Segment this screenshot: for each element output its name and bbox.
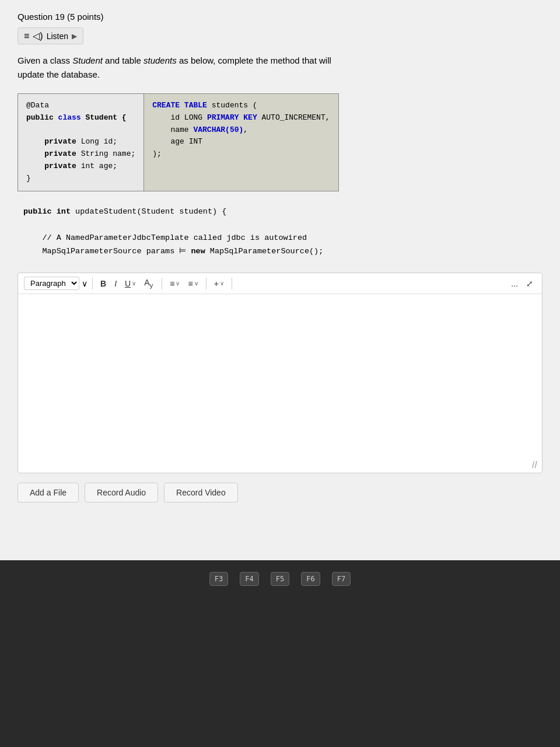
fullscreen-button[interactable]: ⤢	[523, 278, 536, 289]
listen-label: Listen	[47, 32, 68, 41]
code-right-panel: CREATE TABLE students ( id LONG PRIMARY …	[144, 93, 338, 191]
bold-button[interactable]: B	[97, 278, 109, 289]
key-f7: F7	[332, 572, 351, 586]
toolbar-divider-3	[206, 278, 206, 289]
question-text: Given a class Student and table students…	[18, 54, 542, 82]
question-points: (5 points)	[67, 12, 104, 22]
underline-button[interactable]: U ∨	[122, 278, 139, 289]
toolbar-divider-2	[162, 278, 162, 289]
list-unordered-chevron-icon: ∨	[194, 280, 198, 287]
resize-handle[interactable]: //	[18, 458, 542, 473]
answer-editor[interactable]	[18, 294, 542, 458]
paragraph-select[interactable]: Paragraph	[24, 277, 79, 290]
method-code-block: public int updateStudent(Student student…	[18, 205, 542, 259]
question-number: Question 19	[18, 12, 65, 22]
add-button[interactable]: + ∨	[211, 278, 227, 289]
play-icon[interactable]: ▶	[72, 32, 77, 40]
bottom-bar: F3 F4 F5 F6 F7	[0, 560, 560, 747]
question-text-part2: and table	[103, 55, 144, 65]
bold-label: B	[100, 279, 106, 288]
sound-icon: ◁)	[33, 30, 43, 41]
paragraph-chevron-icon: ∨	[82, 279, 88, 288]
question-text-part1: Given a class	[18, 55, 72, 65]
font-size-button[interactable]: Ay	[141, 277, 157, 290]
key-f6: F6	[301, 572, 320, 586]
editor-actions: Add a File Record Audio Record Video	[18, 483, 542, 502]
list-ordered-icon: ≡	[170, 279, 174, 288]
key-f5: F5	[271, 572, 289, 586]
code-section: @Data public class Student { private Lon…	[18, 93, 542, 191]
student-class-italic: Student	[72, 55, 103, 65]
students-table-italic: students	[144, 55, 177, 65]
toolbar-divider-1	[92, 278, 93, 289]
toolbar-divider-4	[232, 278, 232, 289]
more-options-button[interactable]: ...	[508, 278, 521, 289]
editor-toolbar: Paragraph ∨ B I U ∨ Ay ≡ ∨	[18, 273, 542, 294]
fullscreen-icon: ⤢	[526, 279, 533, 288]
list-unordered-icon: ≡	[188, 279, 192, 288]
listen-bar[interactable]: ≡ ◁) Listen ▶	[18, 27, 83, 44]
menu-icon: ≡	[24, 31, 29, 41]
code-left-panel: @Data public class Student { private Lon…	[18, 93, 144, 191]
keyboard-hint: F3 F4 F5 F6 F7	[209, 572, 351, 586]
key-f4: F4	[240, 572, 258, 586]
font-size-label: Ay	[144, 278, 153, 289]
add-label: +	[214, 279, 219, 288]
add-chevron-icon: ∨	[220, 280, 224, 287]
question-header: Question 19 (5 points)	[18, 12, 542, 22]
list-unordered-button[interactable]: ≡ ∨	[185, 278, 201, 289]
record-audio-button[interactable]: Record Audio	[85, 483, 158, 502]
editor-container: Paragraph ∨ B I U ∨ Ay ≡ ∨	[18, 273, 542, 473]
list-ordered-button[interactable]: ≡ ∨	[167, 278, 183, 289]
underline-chevron-icon: ∨	[132, 280, 136, 287]
underline-label: U	[125, 279, 131, 288]
resize-icon: //	[532, 460, 537, 470]
italic-label: I	[114, 279, 117, 288]
italic-button[interactable]: I	[111, 278, 120, 289]
key-f3: F3	[209, 572, 228, 586]
list-ordered-chevron-icon: ∨	[176, 280, 180, 287]
add-file-button[interactable]: Add a File	[18, 483, 79, 502]
record-video-button[interactable]: Record Video	[164, 483, 238, 502]
more-options-label: ...	[511, 279, 518, 288]
